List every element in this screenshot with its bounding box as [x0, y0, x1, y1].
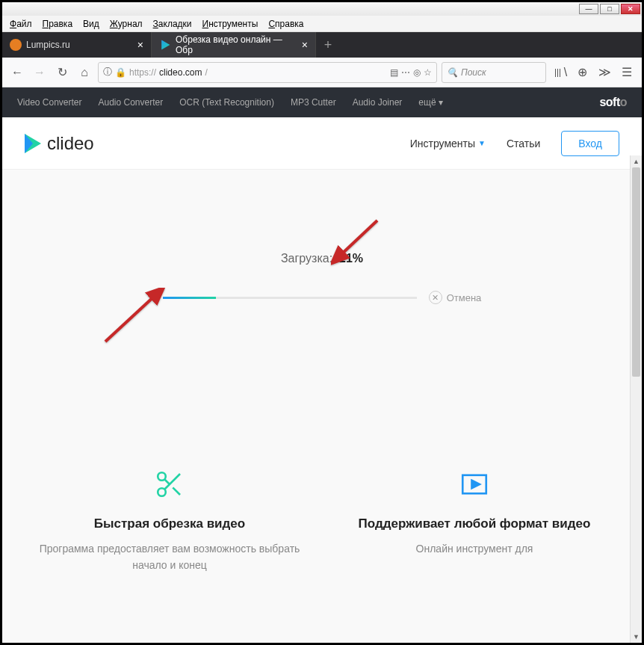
menu-view[interactable]: Вид	[78, 17, 104, 31]
url-domain: clideo.com	[159, 67, 202, 78]
progress-bar	[163, 297, 417, 299]
url-protocol: https://	[129, 67, 156, 78]
site-header: clideo Инструменты ▼ Статьи Вход	[2, 117, 642, 170]
tab-title: Lumpics.ru	[26, 40, 70, 50]
tab-close-icon[interactable]: ×	[137, 39, 143, 51]
softo-link[interactable]: Audio Joiner	[353, 97, 403, 108]
menu-edit[interactable]: Правка	[38, 17, 78, 31]
cancel-button[interactable]: ✕ Отмена	[429, 291, 482, 304]
menu-icon[interactable]: ☰	[618, 64, 636, 81]
feature-desc: Программа предоставляет вам возможность …	[25, 540, 315, 574]
cancel-label: Отмена	[447, 292, 482, 303]
address-bar[interactable]: ⓘ 🔒 https://clideo.com/ ▤ ⋯ ◎ ☆	[98, 62, 437, 83]
softo-logo[interactable]: softo	[599, 96, 627, 109]
scrollbar-thumb[interactable]	[632, 167, 640, 377]
home-button[interactable]: ⌂	[75, 64, 93, 81]
bookmark-star-icon[interactable]: ☆	[424, 67, 432, 78]
feature-title: Быстрая обрезка видео	[25, 516, 315, 531]
menu-bookmarks[interactable]: Закладки	[149, 17, 196, 31]
svg-marker-8	[472, 481, 480, 489]
upload-percent: 21%	[339, 252, 363, 265]
menubar: Файл Правка Вид Журнал Закладки Инструме…	[2, 16, 642, 32]
library-icon[interactable]: ⫼\	[551, 64, 569, 81]
login-button[interactable]: Вход	[561, 131, 619, 156]
feature-title: Поддерживает любой формат видео	[329, 516, 619, 531]
menu-history[interactable]: Журнал	[105, 17, 147, 31]
info-icon[interactable]: ⓘ	[103, 66, 112, 78]
menu-file[interactable]: Файл	[5, 17, 37, 31]
search-box[interactable]: 🔍 Поиск	[442, 62, 546, 83]
menu-help[interactable]: Справка	[264, 17, 308, 31]
search-icon: 🔍	[447, 67, 458, 78]
upload-label: Загрузка:	[281, 252, 332, 265]
progress-fill	[163, 297, 216, 299]
back-button[interactable]: ←	[8, 64, 26, 81]
page-content: Загрузка: 21% ✕ Отмена Быстрая обрезка в	[2, 170, 642, 643]
window-titlebar: — □ ✕	[2, 2, 642, 16]
protection-icon[interactable]: ◎	[413, 67, 421, 78]
minimize-button[interactable]: —	[579, 4, 598, 14]
scissors-icon	[25, 469, 315, 503]
softo-link[interactable]: Video Converter	[17, 97, 82, 108]
play-icon	[25, 134, 41, 153]
tab-strip: Lumpics.ru × Обрезка видео онлайн — Обр …	[2, 32, 642, 58]
addon-icon[interactable]: ⊕	[573, 64, 591, 81]
tab-favicon-icon	[10, 39, 22, 51]
feature-desc: Онлайн инструмент для	[329, 540, 619, 557]
browser-toolbar: ← → ↻ ⌂ ⓘ 🔒 https://clideo.com/ ▤ ⋯ ◎ ☆ …	[2, 58, 642, 87]
svg-line-0	[340, 220, 377, 256]
upload-status: Загрузка: 21%	[2, 252, 642, 265]
forward-button[interactable]: →	[31, 64, 49, 81]
tab-lumpics[interactable]: Lumpics.ru ×	[2, 32, 152, 58]
menu-tools[interactable]: Инструменты	[198, 17, 263, 31]
features-row: Быстрая обрезка видео Программа предоста…	[2, 469, 642, 574]
softo-link[interactable]: Audio Converter	[99, 97, 164, 108]
scroll-up-icon[interactable]: ▲	[631, 155, 642, 167]
softo-link[interactable]: OCR (Text Recognition)	[179, 97, 274, 108]
lock-icon: 🔒	[115, 67, 126, 78]
maximize-button[interactable]: □	[600, 4, 619, 14]
overflow-icon[interactable]: ≫	[595, 64, 613, 81]
search-placeholder: Поиск	[461, 67, 486, 78]
svg-point-2	[158, 472, 166, 481]
close-icon: ✕	[429, 291, 442, 304]
chevron-down-icon: ▼	[478, 139, 486, 147]
svg-point-3	[158, 488, 166, 496]
scroll-down-icon[interactable]: ▼	[631, 631, 642, 643]
video-icon	[329, 469, 619, 503]
reader-icon[interactable]: ▤	[390, 67, 398, 78]
nav-tools[interactable]: Инструменты ▼	[410, 138, 486, 149]
reload-button[interactable]: ↻	[53, 64, 71, 81]
tab-close-icon[interactable]: ×	[302, 39, 308, 51]
nav-articles[interactable]: Статьи	[507, 138, 540, 149]
svg-line-6	[164, 479, 170, 484]
tab-favicon-icon	[159, 39, 171, 51]
new-tab-button[interactable]: +	[316, 32, 340, 58]
tab-clideo[interactable]: Обрезка видео онлайн — Обр ×	[152, 32, 316, 58]
more-icon[interactable]: ⋯	[401, 67, 410, 78]
softo-link[interactable]: MP3 Cutter	[291, 97, 336, 108]
logo-text: clideo	[47, 133, 94, 154]
close-window-button[interactable]: ✕	[621, 4, 640, 14]
feature-formats: Поддерживает любой формат видео Онлайн и…	[329, 469, 619, 574]
softo-more[interactable]: ещё ▾	[418, 97, 443, 108]
softo-bar: Video Converter Audio Converter OCR (Tex…	[2, 87, 642, 117]
tab-title: Обрезка видео онлайн — Обр	[176, 34, 297, 55]
clideo-logo[interactable]: clideo	[25, 133, 94, 154]
vertical-scrollbar[interactable]: ▲ ▼	[630, 155, 642, 643]
feature-cut: Быстрая обрезка видео Программа предоста…	[25, 469, 315, 574]
svg-line-5	[173, 487, 180, 495]
